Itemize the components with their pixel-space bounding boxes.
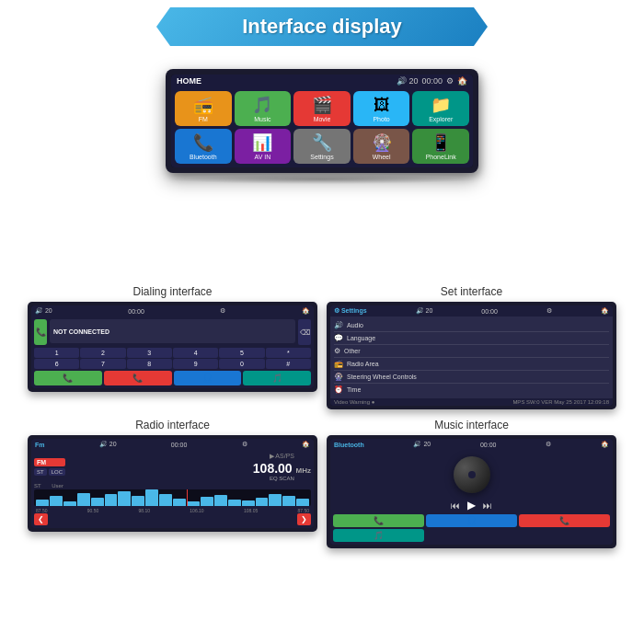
home-icon[interactable]: 🏠 [457, 76, 467, 86]
music-call-button[interactable]: 📞 [333, 514, 424, 527]
radio-band: FM [34, 458, 65, 466]
radio-frequency: 108.00 MHz [253, 461, 311, 476]
hangup-button[interactable]: 📞 [104, 371, 172, 385]
settings-menu: 🔊 Audio 💬 Language ⚙ Other 📻 Radio Area [330, 316, 613, 398]
settings-volume: 🔊 20 [416, 307, 433, 315]
key-8[interactable]: 8 [127, 359, 172, 369]
grid-item-bluetooth[interactable]: 📞 Bluetooth [175, 129, 232, 164]
music-time: 00:00 [480, 442, 497, 448]
time-settings-label: Time [347, 386, 361, 393]
prev-button[interactable]: ⏮ [451, 500, 460, 511]
settings-footer: Video Warning ● MPS SW:0 VER May 25 2017… [330, 398, 613, 406]
settings-language[interactable]: 💬 Language [334, 332, 609, 345]
settings-audio[interactable]: 🔊 Audio [334, 319, 609, 332]
music-section: Music interface Bluetooth 🔊 20 00:00 ⚙ 🏠… [327, 419, 616, 548]
settings-topbar: ⚙ Settings 🔊 20 00:00 ⚙ 🏠 [330, 305, 613, 316]
language-label: Language [347, 335, 375, 341]
settings-icon[interactable]: ⚙ [446, 76, 454, 86]
music-dial-button[interactable]: 🎵 [243, 371, 311, 385]
key-star[interactable]: * [266, 348, 311, 358]
dialing-time: 00:00 [128, 308, 144, 315]
grid-item-settings[interactable]: 🔧 Settings [293, 129, 351, 164]
grid-item-music[interactable]: 🎵 Music [235, 91, 292, 126]
st-button[interactable]: ST [34, 468, 47, 476]
key-6[interactable]: 6 [34, 359, 79, 369]
grid-item-fm[interactable]: 📻 FM [175, 91, 232, 126]
next-button[interactable]: ⏭ [483, 500, 492, 511]
dialing-content: 📞 NOT CONNECTED ⌫ 1 2 3 4 5 * 6 7 8 [31, 316, 314, 388]
bluetooth-icon: 📞 [193, 134, 213, 151]
radio-home-icon: 🏠 [302, 441, 310, 448]
radio-next-button[interactable]: ❯ [297, 513, 311, 525]
grid-item-explorer[interactable]: 📁 Explorer [412, 91, 469, 126]
grid-item-avin[interactable]: 📊 AV IN [235, 129, 292, 164]
album-art [454, 456, 490, 493]
device-shadow [166, 175, 478, 184]
play-button[interactable]: ▶ [467, 499, 476, 512]
other-label: Other [344, 348, 361, 354]
preset-row: ST User [34, 483, 311, 489]
key-0[interactable]: 0 [219, 359, 264, 369]
key-2[interactable]: 2 [80, 348, 125, 358]
key-4[interactable]: 4 [173, 348, 218, 358]
settings-time[interactable]: ⏰ Time [334, 384, 609, 396]
settings-screen: ⚙ Settings 🔊 20 00:00 ⚙ 🏠 🔊 Audio 💬 Lang… [327, 302, 616, 409]
key-1[interactable]: 1 [34, 348, 79, 358]
radio-prev-button[interactable]: ❮ [34, 513, 48, 525]
bluetooth-label: Bluetooth [190, 154, 217, 160]
explorer-icon: 📁 [431, 97, 451, 113]
key-3[interactable]: 3 [127, 348, 172, 358]
music-action-buttons: 📞 👤 📞 🎵 [333, 514, 610, 542]
movie-label: Movie [314, 116, 331, 122]
dial-action-buttons: 📞 📞 👤 🎵 [34, 371, 311, 385]
music-icon: 🎵 [252, 97, 272, 113]
grid-item-wheel[interactable]: 🎡 Wheel [353, 129, 410, 164]
settings-radio-area[interactable]: 📻 Radio Area [334, 358, 609, 371]
key-5[interactable]: 5 [219, 348, 264, 358]
call-button[interactable]: 📞 [34, 371, 102, 385]
version-info: MPS SW:0 VER May 25 2017 12:09:18 [512, 399, 609, 405]
app-grid: 📻 FM 🎵 Music 🎬 Movie 🖼 Photo 📁 Ex [171, 87, 473, 167]
key-7[interactable]: 7 [80, 359, 125, 369]
settings-steering[interactable]: 🎡 Steering Wheel Controls [334, 371, 609, 384]
grid-item-phonelink[interactable]: 📱 PhoneLink [412, 129, 469, 164]
volume-display: 🔊 20 [397, 76, 419, 86]
music-home-icon: 🏠 [601, 441, 609, 448]
radio-content: FM ST LOC ▶ AS/PS 108.00 MHz [31, 450, 314, 528]
music-contacts-button[interactable]: 👤 [426, 514, 517, 527]
header-title: Interface display [242, 15, 402, 38]
radio-area-label: Radio Area [347, 361, 379, 367]
freq-unit: MHz [296, 466, 311, 475]
grid-item-movie[interactable]: 🎬 Movie [293, 91, 351, 126]
audio-icon: 🔊 [334, 321, 343, 329]
avin-label: AV IN [255, 154, 271, 160]
settings-other[interactable]: ⚙ Other [334, 345, 609, 358]
loc-button[interactable]: LOC [49, 468, 65, 476]
phonelink-icon: 📱 [431, 134, 451, 151]
dialing-topbar: 🔊 20 00:00 ⚙ 🏠 [31, 305, 314, 316]
radio-label: Radio interface [135, 419, 210, 431]
dial-status: NOT CONNECTED [50, 319, 295, 343]
music-content: ⏮ ▶ ⏭ 📞 👤 📞 🎵 [330, 450, 613, 545]
dial-keypad: 1 2 3 4 5 * 6 7 8 9 0 # [34, 348, 311, 369]
header-banner: Interface display [156, 7, 488, 46]
photo-icon: 🖼 [374, 97, 390, 113]
radio-area-icon: 📻 [334, 360, 343, 368]
settings-label: Set interface [441, 285, 502, 298]
radio-time: 00:00 [171, 442, 188, 448]
main-interface-device: HOME 🔊 20 00:00 ⚙ 🏠 📻 FM 🎵 Music [166, 69, 478, 184]
small-screens-container: Dialing interface 🔊 20 00:00 ⚙ 🏠 📞 NOT C… [28, 285, 616, 548]
key-hash[interactable]: # [266, 359, 311, 369]
music-hangup-button[interactable]: 📞 [519, 514, 610, 527]
steering-label: Steering Wheel Controls [347, 374, 417, 380]
contacts-button[interactable]: 👤 [174, 371, 242, 385]
music-note-button[interactable]: 🎵 [333, 529, 424, 542]
grid-item-photo[interactable]: 🖼 Photo [353, 91, 410, 126]
radio-nav: ❮ ❯ [34, 513, 311, 525]
settings-topbar-title: ⚙ Settings [334, 307, 367, 315]
music-section-label: Music interface [434, 419, 509, 431]
eq-scan-label: EQ SCAN [253, 476, 311, 481]
radio-settings-icon: ⚙ [242, 441, 247, 448]
photo-label: Photo [373, 116, 389, 122]
key-9[interactable]: 9 [173, 359, 218, 369]
